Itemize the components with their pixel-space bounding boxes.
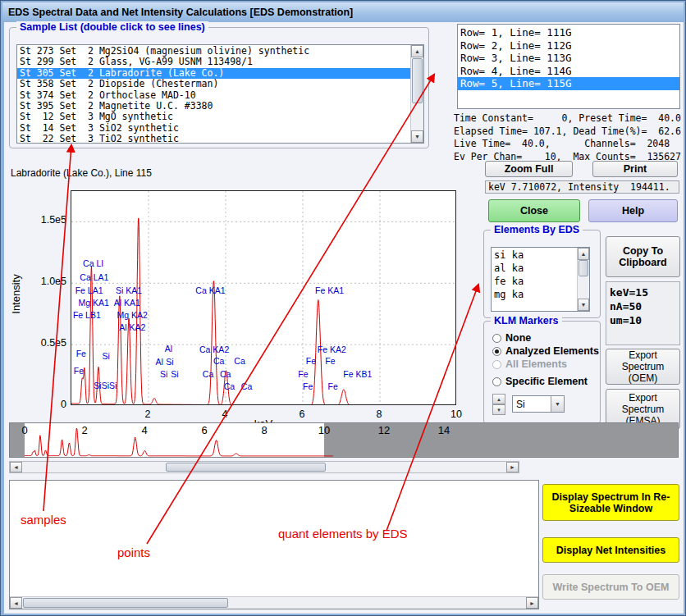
line-row[interactable]: Row= 4, Line= 114G — [458, 65, 679, 78]
scroll-thumb[interactable] — [412, 58, 423, 103]
line-row[interactable]: Row= 1, Line= 111G — [458, 26, 679, 39]
spectrum-hscrollbar[interactable]: ◄ ► — [9, 461, 519, 473]
element-combobox[interactable]: Si ▼ — [512, 395, 565, 413]
scroll-right-icon[interactable]: ► — [526, 597, 538, 609]
nav-tick-label: 10 — [318, 424, 330, 436]
help-button[interactable]: Help — [588, 199, 678, 222]
scroll-thumb[interactable] — [579, 260, 588, 276]
spinner-down-icon[interactable]: ▼ — [492, 404, 505, 415]
app-window: EDS Spectral Data and Net Intensity Calc… — [0, 0, 686, 616]
element-marker-label: Al KA2 — [119, 322, 145, 332]
radio-icon — [492, 360, 501, 369]
element-spinner[interactable]: ▲ ▼ — [492, 394, 505, 415]
line-row[interactable]: Row= 3, Line= 113G — [458, 52, 679, 65]
scroll-thumb[interactable] — [166, 463, 326, 472]
radio-analyzed-elements[interactable]: Analyzed Elements — [492, 345, 599, 357]
line-row[interactable]: Row= 5, Line= 115G — [458, 77, 679, 90]
sample-list-group: Sample List (double click to see lines) … — [9, 27, 429, 148]
radio-label: Specific Element — [501, 376, 588, 387]
acquisition-info: Time Constant= 0, Preset Time= 40.0Elaps… — [454, 112, 684, 165]
scroll-up-icon[interactable]: ▲ — [578, 248, 589, 260]
radio-label: Analyzed Elements — [501, 345, 599, 357]
radio-icon — [492, 347, 501, 356]
chart-title: Labradorite (Lake Co.), Line 115 — [11, 167, 152, 179]
sample-row[interactable]: St 299 Set 2 Glass, VG-A99 USNM 113498/1 — [17, 57, 410, 67]
print-button[interactable]: Print — [592, 161, 678, 177]
sample-row[interactable]: St 374 Set 2 Orthoclase MAD-10 — [17, 90, 410, 101]
annotation-samples: samples — [21, 513, 66, 527]
output-textarea[interactable]: ◄ ► — [9, 480, 539, 609]
sample-row[interactable]: St 12 Set 3 MgO synthetic — [17, 112, 410, 122]
scroll-thumb[interactable] — [23, 598, 228, 608]
element-marker-label: Si — [160, 369, 167, 379]
chevron-down-icon[interactable]: ▼ — [551, 396, 564, 412]
eds-elements-listbox[interactable]: si kaal kafe kamg ka ▲ ▼ — [491, 247, 590, 312]
window-title: EDS Spectral Data and Net Intensity Calc… — [8, 7, 353, 18]
nav-tick-label: 8 — [261, 424, 267, 436]
line-row[interactable]: Row= 2, Line= 112G — [458, 39, 679, 52]
export-spectrum-oem-button[interactable]: Export Spectrum (OEM) — [606, 349, 680, 385]
display-spectrum-button[interactable]: Display Spectrum In Re-Sizeable Window — [542, 484, 679, 521]
zoom-full-button[interactable]: Zoom Full — [485, 161, 573, 177]
y-tick-label: 1.5e5 — [9, 214, 66, 226]
line-listbox[interactable]: Row= 1, Line= 111GRow= 2, Line= 112GRow=… — [457, 24, 680, 109]
element-marker-label: Si KA1 — [116, 285, 142, 295]
element-marker-label: Si — [94, 381, 101, 390]
element-marker-label: Ca — [203, 369, 213, 379]
scroll-left-icon[interactable]: ◄ — [10, 462, 22, 472]
cursor-readout: keV 7.710072, Intensity 194411. — [485, 180, 679, 194]
eds-element-row[interactable]: al ka — [492, 262, 577, 275]
radio-specific-element[interactable]: Specific Element — [492, 376, 588, 387]
eds-element-row[interactable]: mg ka — [492, 288, 577, 301]
sample-row[interactable]: St 273 Set 2 Mg2SiO4 (magnesium olivine)… — [17, 46, 410, 57]
copy-to-clipboard-button[interactable]: Copy To Clipboard — [606, 236, 680, 277]
sample-list-scrollbar[interactable]: ▲ ▼ — [410, 45, 423, 143]
spinner-up-icon[interactable]: ▲ — [492, 394, 505, 404]
sample-list-label: Sample List (double click to see lines) — [16, 21, 208, 33]
display-net-intensities-button[interactable]: Display Net Intensities — [542, 537, 679, 563]
nav-tick-label: 0 — [21, 424, 27, 436]
sample-row[interactable]: St 305 Set 2 Labradorite (Lake Co.) — [17, 68, 410, 79]
element-marker-label: Fe — [325, 356, 335, 366]
plot-area[interactable]: Ca LICa LA1Fe LA1Si KA1Ca KA1Fe KA1Mg KA… — [71, 190, 456, 405]
nav-tick-label: 2 — [81, 424, 87, 436]
sample-row[interactable]: St 395 Set 2 Magnetite U.C. #3380 — [17, 101, 410, 112]
acq-info-line: Live Time= 40.0, Channels= 2048 — [454, 138, 684, 151]
eds-list-scrollbar[interactable]: ▲ ▼ — [577, 248, 589, 311]
element-marker-label: Fe — [306, 356, 316, 366]
y-tick-label: 0 — [9, 399, 66, 410]
scroll-right-icon[interactable]: ► — [506, 462, 519, 472]
sample-row[interactable]: St 14 Set 3 SiO2 synthetic — [17, 123, 410, 134]
scroll-left-icon[interactable]: ◄ — [10, 597, 22, 609]
close-button[interactable]: Close — [488, 199, 580, 222]
nav-tick-label: 14 — [438, 424, 450, 436]
element-marker-label: Fe — [303, 381, 313, 391]
sample-row[interactable]: St 358 Set 2 Diopside (Chesterman) — [17, 79, 410, 89]
element-marker-label: Fe — [74, 366, 84, 376]
element-marker-label: Mg KA2 — [117, 310, 147, 320]
sample-row[interactable]: St 22 Set 3 TiO2 synthetic — [17, 134, 410, 143]
eds-element-row[interactable]: fe ka — [492, 275, 577, 288]
condition-line: nA=50 — [610, 299, 679, 313]
scroll-down-icon[interactable]: ▼ — [411, 130, 423, 143]
element-marker-label: Si — [166, 357, 173, 367]
klm-markers-label: KLM Markers — [491, 315, 562, 326]
radio-icon — [492, 377, 501, 386]
elements-by-eds-label: Elements By EDS — [491, 224, 583, 235]
element-marker-label: Ca — [220, 369, 231, 379]
sample-listbox[interactable]: St 273 Set 2 Mg2SiO4 (magnesium olivine)… — [16, 44, 424, 144]
element-marker-label: Fe KB1 — [343, 369, 372, 379]
eds-element-row[interactable]: si ka — [492, 249, 577, 262]
element-marker-label: Si — [171, 369, 178, 379]
output-hscrollbar[interactable]: ◄ ► — [10, 596, 538, 609]
element-marker-label: Ca — [213, 356, 224, 366]
title-bar[interactable]: EDS Spectral Data and Net Intensity Calc… — [2, 2, 684, 21]
scroll-down-icon[interactable]: ▼ — [578, 299, 589, 311]
element-marker-label: Fe — [76, 349, 86, 358]
element-marker-label: Ca — [224, 381, 235, 391]
spectrum-zoom-strip[interactable]: 02468101214 — [9, 422, 679, 458]
radio-all-elements[interactable]: All Elements — [492, 358, 567, 370]
scroll-up-icon[interactable]: ▲ — [411, 45, 423, 57]
write-spectrum-oem-button[interactable]: Write Spectrum To OEM — [542, 574, 679, 600]
radio-none[interactable]: None — [492, 332, 531, 344]
